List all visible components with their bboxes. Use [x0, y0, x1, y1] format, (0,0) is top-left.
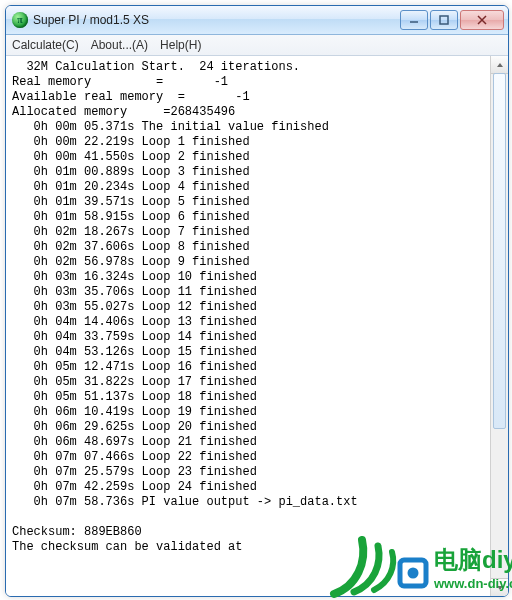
- close-button[interactable]: [460, 10, 504, 30]
- menubar: Calculate(C) About...(A) Help(H): [6, 35, 508, 56]
- client-area: 32M Calculation Start. 24 iterations. Re…: [6, 56, 508, 596]
- app-icon: π: [12, 12, 28, 28]
- scroll-thumb[interactable]: [493, 73, 506, 429]
- menu-about[interactable]: About...(A): [91, 38, 148, 52]
- output-log: 32M Calculation Start. 24 iterations. Re…: [6, 56, 491, 596]
- app-window: π Super PI / mod1.5 XS Calculate(C) Abou…: [5, 5, 509, 597]
- scroll-up-button[interactable]: [491, 56, 508, 74]
- svg-rect-0: [440, 16, 448, 24]
- vertical-scrollbar[interactable]: [490, 56, 508, 596]
- menu-help[interactable]: Help(H): [160, 38, 201, 52]
- maximize-button[interactable]: [430, 10, 458, 30]
- window-title: Super PI / mod1.5 XS: [33, 13, 400, 27]
- menu-calculate[interactable]: Calculate(C): [12, 38, 79, 52]
- scroll-track[interactable]: [491, 73, 508, 579]
- scroll-down-button[interactable]: [491, 578, 508, 596]
- titlebar[interactable]: π Super PI / mod1.5 XS: [6, 6, 508, 35]
- minimize-button[interactable]: [400, 10, 428, 30]
